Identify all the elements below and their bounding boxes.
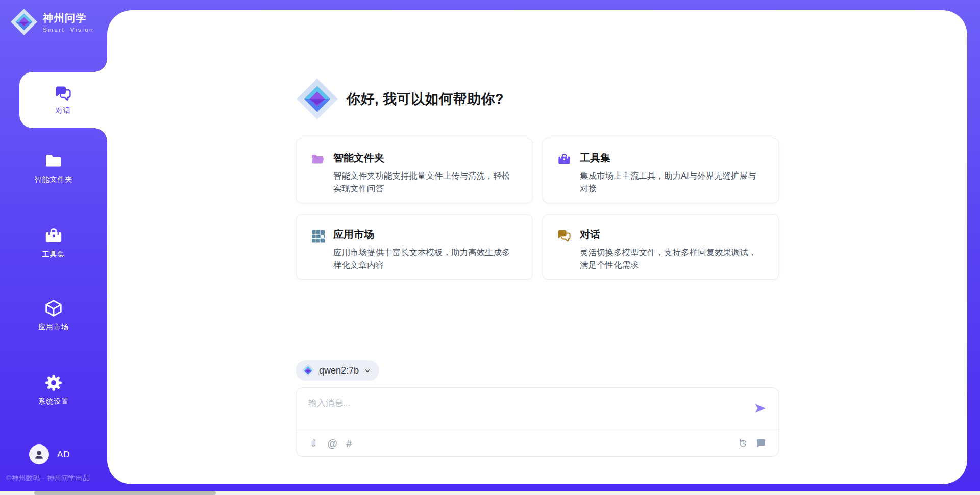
history-button[interactable] (737, 438, 748, 449)
composer: @ # (296, 387, 779, 457)
grid-cube-icon (310, 229, 325, 243)
card-description: 灵活切换多模型文件，支持多样回复效果调试，满足个性化需求 (580, 246, 764, 271)
greeting: 你好, 我可以如何帮助你? (296, 78, 779, 120)
brand-name: 神州问学 (43, 11, 94, 25)
horizontal-scrollbar[interactable] (0, 491, 980, 495)
sidebar: 神州问学 Smart Vision 对话 智能文件夹 工具集 应用市场 系统设置 (0, 0, 107, 495)
sidebar-item-label: 对话 (56, 106, 71, 115)
card-app-market[interactable]: 应用市场 应用市场提供丰富长文本模板，助力高效生成多样化文章内容 (296, 214, 532, 280)
card-title: 应用市场 (333, 228, 518, 241)
sidebar-item-label: 智能文件夹 (35, 175, 73, 184)
card-smart-folder[interactable]: 智能文件夹 智能文件夹功能支持批量文件上传与清洗，轻松实现文件问答 (296, 138, 532, 203)
sidebar-item-smart-folder[interactable]: 智能文件夹 (0, 151, 107, 184)
brand-diamond-icon (10, 8, 38, 36)
sidebar-item-chat[interactable]: 对话 (19, 72, 107, 128)
card-title: 对话 (580, 228, 764, 241)
composer-toolbar: @ # (308, 430, 766, 456)
chevron-down-icon (363, 367, 371, 375)
brand-logo: 神州问学 Smart Vision (10, 8, 94, 36)
comment-icon (755, 438, 766, 449)
user-profile[interactable]: AD (29, 444, 70, 464)
scrollbar-thumb[interactable] (34, 491, 216, 495)
cube-icon (44, 299, 63, 318)
hash-icon: # (346, 438, 352, 449)
card-description: 智能文件夹功能支持批量文件上传与清洗，轻松实现文件问答 (333, 169, 518, 195)
send-button[interactable] (753, 401, 767, 415)
chat-icon (557, 229, 571, 243)
copyright: ©神州数码 · 神州问学出品 (6, 474, 90, 483)
topic-button[interactable]: # (346, 438, 352, 449)
chat-icon (55, 85, 72, 102)
brand-subtitle: Smart Vision (43, 27, 94, 33)
sidebar-item-label: 工具集 (42, 250, 65, 259)
message-input[interactable] (296, 388, 746, 430)
model-name: qwen2:7b (319, 365, 359, 376)
user-name: AD (57, 450, 70, 460)
card-title: 智能文件夹 (333, 151, 518, 165)
main-panel: 你好, 我可以如何帮助你? 智能文件夹 智能文件夹功能支持批量文件上传与清洗，轻… (107, 10, 967, 484)
comments-button[interactable] (755, 438, 766, 449)
card-toolset[interactable]: 工具集 集成市场上主流工具，助力AI与外界无缝扩展与对接 (542, 138, 779, 203)
history-icon (737, 438, 748, 449)
model-selector[interactable]: qwen2:7b (296, 360, 379, 381)
folder-icon (44, 151, 63, 170)
brand-diamond-icon (301, 364, 314, 377)
folder-open-icon (310, 152, 325, 166)
toolbox-icon (44, 226, 63, 245)
greeting-text: 你好, 我可以如何帮助你? (347, 90, 504, 108)
sidebar-item-label: 应用市场 (38, 323, 69, 332)
card-chat[interactable]: 对话 灵活切换多模型文件，支持多样回复效果调试，满足个性化需求 (542, 214, 779, 280)
card-description: 集成市场上主流工具，助力AI与外界无缝扩展与对接 (580, 169, 764, 195)
sidebar-item-toolset[interactable]: 工具集 (0, 226, 107, 259)
feature-cards: 智能文件夹 智能文件夹功能支持批量文件上传与清洗，轻松实现文件问答 工具集 集成… (296, 138, 779, 280)
attach-button[interactable] (308, 438, 318, 449)
paperclip-icon (308, 438, 318, 449)
card-description: 应用市场提供丰富长文本模板，助力高效生成多样化文章内容 (333, 246, 518, 271)
greeting-logo-icon (296, 78, 338, 120)
send-icon (753, 401, 767, 415)
sidebar-item-app-market[interactable]: 应用市场 (0, 299, 107, 332)
card-title: 工具集 (580, 151, 764, 165)
at-icon: @ (327, 438, 337, 449)
avatar (29, 444, 49, 464)
sidebar-item-settings[interactable]: 系统设置 (0, 373, 107, 406)
toolbox-icon (557, 152, 571, 166)
main-content: 你好, 我可以如何帮助你? 智能文件夹 智能文件夹功能支持批量文件上传与清洗，轻… (296, 10, 779, 484)
mention-button[interactable]: @ (327, 438, 337, 449)
sidebar-item-label: 系统设置 (38, 397, 69, 406)
person-icon (33, 449, 45, 460)
gear-icon (44, 373, 63, 392)
app-root: 神州问学 Smart Vision 对话 智能文件夹 工具集 应用市场 系统设置 (0, 0, 980, 495)
